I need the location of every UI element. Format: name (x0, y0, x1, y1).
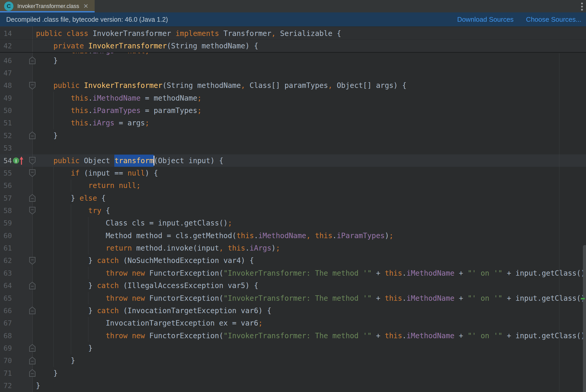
code-text[interactable]: public Object transform(Object input) { (36, 154, 223, 167)
editor-line[interactable]: 51 this.iArgs = args; (0, 117, 586, 129)
code-text[interactable]: } else { (36, 192, 106, 204)
line-number[interactable]: 46 (0, 54, 12, 67)
line-number[interactable]: 61 (0, 242, 12, 254)
download-sources-link[interactable]: Download Sources (457, 16, 514, 24)
code-text[interactable]: private InvokerTransformer(String method… (36, 40, 258, 52)
more-options-icon[interactable] (580, 2, 584, 11)
line-number[interactable]: 59 (0, 217, 12, 229)
code-text[interactable]: Class cls = input.getClass(); (36, 217, 232, 229)
line-number[interactable]: 53 (0, 142, 12, 154)
code-text[interactable]: } (36, 54, 58, 67)
line-number[interactable]: 64 (0, 279, 12, 292)
editor-line[interactable]: 53 (0, 142, 586, 154)
code-text[interactable]: } catch (IllegalAccessException var5) { (36, 279, 258, 292)
editor-line[interactable]: 66 } catch (InvocationTargetException va… (0, 304, 586, 317)
fold-down-icon[interactable] (28, 154, 36, 167)
editor-line[interactable]: 42 private InvokerTransformer(String met… (0, 40, 586, 52)
editor-line[interactable]: 71 } (0, 367, 586, 379)
fold-up-icon[interactable] (28, 367, 36, 379)
code-text[interactable]: this.iArgs = args; (36, 117, 149, 129)
code-text[interactable]: throw new FunctorException("InvokerTrans… (36, 292, 585, 304)
line-number[interactable]: 67 (0, 317, 12, 329)
tab-invokertransformer-class[interactable]: C InvokerTransformer.class ✕ (0, 0, 95, 12)
code-text[interactable]: if (input == null) { (36, 167, 158, 179)
editor-line[interactable]: 64 } catch (IllegalAccessException var5)… (0, 279, 586, 292)
code-text[interactable]: throw new FunctorException("InvokerTrans… (36, 329, 585, 342)
code-text[interactable]: this.iParamTypes = paramTypes; (36, 104, 202, 117)
fold-up-icon[interactable] (28, 342, 36, 354)
editor-line[interactable]: 57 } else { (0, 192, 586, 204)
editor-line[interactable]: 65 throw new FunctorException("InvokerTr… (0, 292, 586, 304)
code-text[interactable]: } (36, 367, 58, 379)
fold-down-icon[interactable] (28, 204, 36, 217)
line-number[interactable]: 47 (0, 67, 12, 79)
code-text[interactable]: try { (36, 204, 110, 217)
vertical-scrollbar-thumb[interactable] (583, 245, 586, 392)
editor-line[interactable]: 56 return null; (0, 179, 586, 192)
fold-up-icon[interactable] (28, 192, 36, 204)
editor-line[interactable]: 47 (0, 67, 586, 79)
editor-line[interactable]: 55 if (input == null) { (0, 167, 586, 179)
code-text[interactable]: } (36, 342, 93, 354)
editor-line[interactable]: 14public class InvokerTransformer implem… (0, 27, 586, 40)
code-text[interactable]: public InvokerTransformer(String methodN… (36, 79, 407, 92)
editor-line[interactable]: 49 this.iMethodName = methodName; (0, 92, 586, 104)
choose-sources-link[interactable]: Choose Sources... (526, 16, 581, 24)
line-number[interactable]: 65 (0, 292, 12, 304)
line-number[interactable]: 50 (0, 104, 12, 117)
line-number[interactable]: 69 (0, 342, 12, 354)
code-text[interactable]: InvocationTargetException ex = var6; (36, 317, 263, 329)
code-text[interactable]: Method method = cls.getMethod(this.iMeth… (36, 229, 393, 242)
editor-line[interactable]: 52 } (0, 129, 586, 142)
line-number[interactable]: 55 (0, 167, 12, 179)
editor-line[interactable]: 72} (0, 379, 586, 392)
line-number[interactable]: 66 (0, 304, 12, 317)
fold-up-icon[interactable] (28, 355, 36, 367)
line-number[interactable]: 56 (0, 179, 12, 192)
code-text[interactable]: } catch (NoSuchMethodException var4) { (36, 254, 254, 267)
editor-line[interactable]: 62 } catch (NoSuchMethodException var4) … (0, 254, 586, 267)
editor-line[interactable]: 63 throw new FunctorException("InvokerTr… (0, 267, 586, 279)
fold-down-icon[interactable] (28, 167, 36, 179)
editor-line[interactable]: 68 throw new FunctorException("InvokerTr… (0, 329, 586, 342)
line-number[interactable]: 60 (0, 229, 12, 242)
code-text[interactable]: public class InvokerTransformer implemen… (36, 27, 341, 40)
code-text[interactable]: } (36, 355, 75, 367)
implements-method-icon[interactable]: I (13, 154, 24, 167)
code-editor[interactable]: this.iArgs = null; 46 }4748 public Invok… (0, 26, 586, 392)
code-text[interactable]: } (36, 379, 40, 392)
fold-up-icon[interactable] (28, 304, 36, 317)
editor-line[interactable]: 67 InvocationTargetException ex = var6; (0, 317, 586, 329)
fold-down-icon[interactable] (28, 79, 36, 92)
line-number[interactable]: 63 (0, 267, 12, 279)
editor-line[interactable]: 60 Method method = cls.getMethod(this.iM… (0, 229, 586, 242)
editor-line[interactable]: 48 public InvokerTransformer(String meth… (0, 79, 586, 92)
fold-up-icon[interactable] (28, 54, 36, 67)
editor-line[interactable]: 46 } (0, 54, 586, 67)
line-number[interactable]: 57 (0, 192, 12, 204)
code-text[interactable]: this.iMethodName = methodName; (36, 92, 202, 104)
line-number[interactable]: 52 (0, 129, 12, 142)
fold-up-icon[interactable] (28, 279, 36, 292)
code-text[interactable]: return null; (36, 179, 141, 192)
editor-line[interactable]: 58 try { (0, 204, 586, 217)
editor-line[interactable]: 54I public Object transform(Object input… (0, 154, 586, 167)
line-number[interactable]: 68 (0, 329, 12, 342)
line-number[interactable]: 58 (0, 204, 12, 217)
editor-line[interactable]: 70 } (0, 355, 586, 367)
line-number[interactable]: 51 (0, 117, 12, 129)
code-text[interactable]: throw new FunctorException("InvokerTrans… (36, 267, 585, 279)
line-number[interactable]: 54 (0, 154, 12, 167)
editor-line[interactable]: 59 Class cls = input.getClass(); (0, 217, 586, 229)
line-number[interactable]: 48 (0, 79, 12, 92)
line-number[interactable]: 71 (0, 367, 12, 379)
code-text[interactable]: return method.invoke(input, this.iArgs); (36, 242, 280, 254)
line-number[interactable]: 14 (0, 27, 12, 40)
line-number[interactable]: 70 (0, 355, 12, 367)
tab-close-icon[interactable]: ✕ (83, 3, 88, 9)
code-text[interactable]: } (36, 129, 58, 142)
line-number[interactable]: 72 (0, 379, 12, 392)
editor-line[interactable]: 69 } (0, 342, 586, 354)
fold-down-icon[interactable] (28, 254, 36, 267)
fold-up-icon[interactable] (28, 129, 36, 142)
